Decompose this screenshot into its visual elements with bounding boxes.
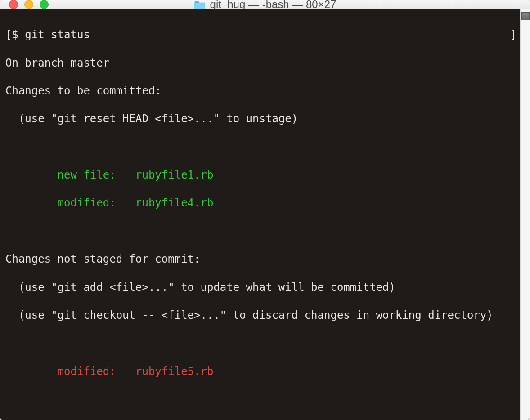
folder-icon: [194, 0, 206, 9]
out-notstaged-header: Changes not staged for commit:: [5, 252, 517, 266]
minimize-button[interactable]: [24, 0, 33, 9]
prompt-symbol: $: [12, 28, 25, 41]
traffic-lights: [0, 0, 49, 9]
close-button[interactable]: [9, 0, 18, 9]
blank-line: [5, 336, 517, 350]
out-unstage-hint: (use "git reset HEAD <file>..." to unsta…: [5, 112, 517, 126]
titlebar[interactable]: git_hug — -bash — 80×27: [0, 0, 530, 9]
staged-file-2: modified: rubyfile4.rb: [5, 196, 517, 210]
out-add-hint: (use "git add <file>..." to update what …: [5, 281, 517, 295]
prompt-bracket-close: ]: [510, 28, 517, 42]
blank-line: [5, 140, 517, 154]
unstaged-file-1: modified: rubyfile5.rb: [5, 365, 517, 379]
blank-line: [5, 393, 517, 407]
out-branch: On branch master: [5, 56, 517, 70]
out-changes-header: Changes to be committed:: [5, 84, 517, 98]
out-checkout-hint: (use "git checkout -- <file>..." to disc…: [5, 308, 517, 322]
cmd-git-status: git status: [25, 28, 90, 41]
terminal-window: git_hug — -bash — 80×27 [$ git status] O…: [0, 0, 530, 420]
maximize-button[interactable]: [40, 0, 49, 9]
scrollbar-button-icon[interactable]: [521, 12, 530, 20]
prompt-bracket-open: [: [5, 28, 12, 41]
scrollbar[interactable]: [520, 9, 530, 420]
staged-file-1: new file: rubyfile1.rb: [5, 168, 517, 182]
blank-line: [5, 224, 517, 238]
window-body: [$ git status] On branch master Changes …: [0, 9, 530, 420]
terminal-content[interactable]: [$ git status] On branch master Changes …: [0, 9, 520, 420]
